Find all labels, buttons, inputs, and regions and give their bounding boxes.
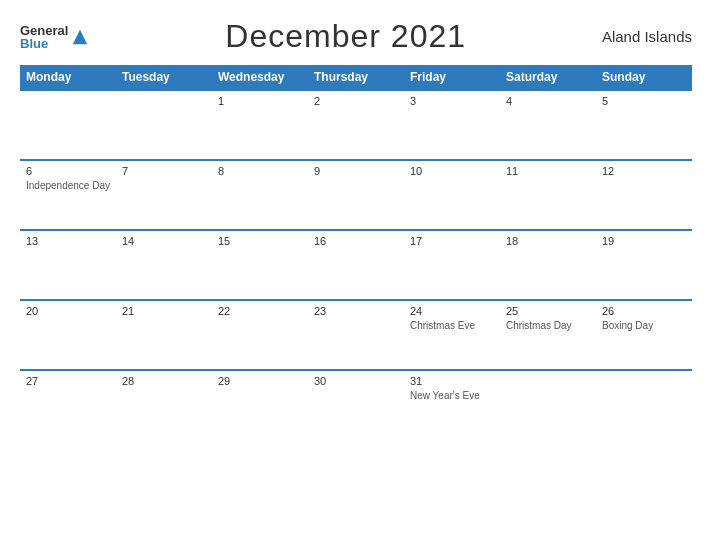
day-number: 3 <box>410 95 494 107</box>
day-cell: 8 <box>212 160 308 230</box>
day-number: 30 <box>314 375 398 387</box>
day-cell: 30 <box>308 370 404 440</box>
day-number: 1 <box>218 95 302 107</box>
day-number: 18 <box>506 235 590 247</box>
day-number: 14 <box>122 235 206 247</box>
day-cell: 9 <box>308 160 404 230</box>
day-cell: 14 <box>116 230 212 300</box>
day-cell: 20 <box>20 300 116 370</box>
day-number: 8 <box>218 165 302 177</box>
day-cell: 10 <box>404 160 500 230</box>
day-cell: 5 <box>596 90 692 160</box>
day-number: 16 <box>314 235 398 247</box>
day-number: 4 <box>506 95 590 107</box>
day-cell: 16 <box>308 230 404 300</box>
day-number: 24 <box>410 305 494 317</box>
day-number: 13 <box>26 235 110 247</box>
day-number: 6 <box>26 165 110 177</box>
header: General Blue December 2021 Aland Islands <box>20 18 692 55</box>
day-number: 10 <box>410 165 494 177</box>
day-number: 12 <box>602 165 686 177</box>
day-number: 5 <box>602 95 686 107</box>
day-cell: 27 <box>20 370 116 440</box>
day-event: Christmas Eve <box>410 319 494 332</box>
day-number: 28 <box>122 375 206 387</box>
calendar-table: Monday Tuesday Wednesday Thursday Friday… <box>20 65 692 440</box>
day-cell: 2 <box>308 90 404 160</box>
day-cell <box>20 90 116 160</box>
week-row-4: 2728293031New Year's Eve <box>20 370 692 440</box>
col-wednesday: Wednesday <box>212 65 308 90</box>
day-number: 22 <box>218 305 302 317</box>
logo-general-text: General <box>20 24 68 37</box>
day-cell <box>500 370 596 440</box>
week-row-1: 6Independence Day789101112 <box>20 160 692 230</box>
day-number: 26 <box>602 305 686 317</box>
day-cell: 7 <box>116 160 212 230</box>
day-cell: 28 <box>116 370 212 440</box>
day-cell: 24Christmas Eve <box>404 300 500 370</box>
days-header-row: Monday Tuesday Wednesday Thursday Friday… <box>20 65 692 90</box>
day-number: 31 <box>410 375 494 387</box>
day-number: 21 <box>122 305 206 317</box>
region-label: Aland Islands <box>602 28 692 45</box>
day-event: Boxing Day <box>602 319 686 332</box>
day-event: Independence Day <box>26 179 110 192</box>
day-cell: 3 <box>404 90 500 160</box>
day-cell: 21 <box>116 300 212 370</box>
day-cell: 1 <box>212 90 308 160</box>
day-cell: 22 <box>212 300 308 370</box>
col-monday: Monday <box>20 65 116 90</box>
col-friday: Friday <box>404 65 500 90</box>
logo-icon <box>71 28 89 46</box>
day-cell: 6Independence Day <box>20 160 116 230</box>
calendar-title: December 2021 <box>225 18 466 55</box>
col-sunday: Sunday <box>596 65 692 90</box>
day-number: 27 <box>26 375 110 387</box>
day-cell: 12 <box>596 160 692 230</box>
col-saturday: Saturday <box>500 65 596 90</box>
day-cell: 26Boxing Day <box>596 300 692 370</box>
day-number: 7 <box>122 165 206 177</box>
day-cell: 25Christmas Day <box>500 300 596 370</box>
col-tuesday: Tuesday <box>116 65 212 90</box>
day-cell: 15 <box>212 230 308 300</box>
day-number: 23 <box>314 305 398 317</box>
day-event: New Year's Eve <box>410 389 494 402</box>
day-cell: 18 <box>500 230 596 300</box>
day-number: 2 <box>314 95 398 107</box>
day-number: 11 <box>506 165 590 177</box>
day-cell: 13 <box>20 230 116 300</box>
day-number: 9 <box>314 165 398 177</box>
day-cell: 19 <box>596 230 692 300</box>
week-row-0: 12345 <box>20 90 692 160</box>
day-cell: 31New Year's Eve <box>404 370 500 440</box>
week-row-3: 2021222324Christmas Eve25Christmas Day26… <box>20 300 692 370</box>
day-number: 17 <box>410 235 494 247</box>
day-cell <box>596 370 692 440</box>
day-cell: 29 <box>212 370 308 440</box>
day-number: 25 <box>506 305 590 317</box>
svg-marker-0 <box>73 29 87 43</box>
week-row-2: 13141516171819 <box>20 230 692 300</box>
day-number: 20 <box>26 305 110 317</box>
day-number: 29 <box>218 375 302 387</box>
day-cell: 17 <box>404 230 500 300</box>
day-number: 19 <box>602 235 686 247</box>
day-cell: 4 <box>500 90 596 160</box>
page: General Blue December 2021 Aland Islands… <box>0 0 712 550</box>
logo: General Blue <box>20 24 89 50</box>
day-event: Christmas Day <box>506 319 590 332</box>
day-cell: 23 <box>308 300 404 370</box>
day-cell <box>116 90 212 160</box>
logo-blue-text: Blue <box>20 37 68 50</box>
col-thursday: Thursday <box>308 65 404 90</box>
day-cell: 11 <box>500 160 596 230</box>
day-number: 15 <box>218 235 302 247</box>
